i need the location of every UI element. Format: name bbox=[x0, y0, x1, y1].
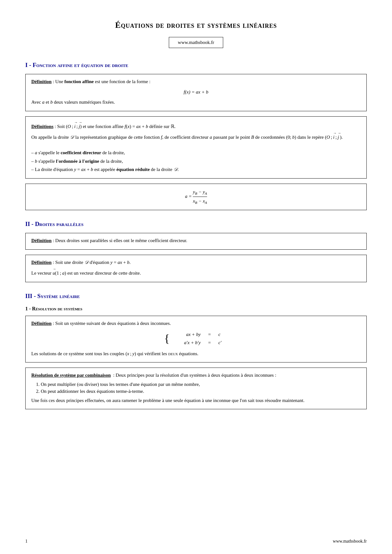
resolution-list: On peut multiplier (ou diviser) tous les… bbox=[41, 381, 361, 395]
def3-text: Définition : Deux droites sont parallèle… bbox=[31, 237, 361, 244]
resolution-item-2: On peut additionner les deux équations t… bbox=[41, 388, 361, 395]
page-title: Équations de droites et systèmes linéair… bbox=[25, 19, 367, 31]
formula-box-1: a = yB − yA xB − xA bbox=[25, 184, 367, 210]
def2-line2: On appelle la droite 𝒟 la représentation… bbox=[31, 131, 361, 141]
page-footer: 1 www.mathsbook.fr bbox=[0, 538, 392, 545]
def2-line4: – b s'appelle l'ordonnée à l'origine de … bbox=[31, 158, 361, 165]
section-2: II - Droites parallèles Définition : Deu… bbox=[25, 220, 367, 282]
system-equations: { ax + by = c a'x + b'y = c' bbox=[31, 330, 361, 347]
page-number: 1 bbox=[25, 538, 28, 545]
definition-box-1: Définition : Une fonction affine est une… bbox=[25, 74, 367, 111]
def4-line2: Le vecteur u→(1 ; a) est un vecteur dire… bbox=[31, 267, 361, 277]
def1-formula: f(x) = ax + b bbox=[31, 88, 361, 96]
section-2-title: II - Droites parallèles bbox=[25, 220, 367, 229]
subsection-1: 1 - Résolution de systèmes Définition : … bbox=[25, 305, 367, 409]
def2-line3: – a s'appelle le coefficient directeur d… bbox=[31, 149, 361, 156]
def4-line1: Définition : Soit une droite 𝒟 d'équatio… bbox=[31, 259, 361, 266]
section-3: III - Système linéaire 1 - Résolution de… bbox=[25, 292, 367, 410]
subsection-1-title: 1 - Résolution de systèmes bbox=[25, 305, 367, 313]
section-1-title: I - Fonction affine et équation de droit… bbox=[25, 61, 367, 70]
def6-header: Résolution de système par combinaison : … bbox=[31, 372, 361, 379]
brace-left: { bbox=[164, 333, 169, 344]
def2-line5: – La droite d'équation y = ax + b est ap… bbox=[31, 166, 361, 173]
definition-box-6: Résolution de système par combinaison : … bbox=[25, 368, 367, 409]
resolution-item-1: On peut multiplier (ou diviser) tous les… bbox=[41, 381, 361, 388]
definition-box-3: Définition : Deux droites sont parallèle… bbox=[25, 233, 367, 250]
definition-box-5: Définition : Soit un système suivant de … bbox=[25, 316, 367, 362]
def5-after: Les solutions de ce système sont tous le… bbox=[31, 350, 361, 357]
def5-text: Définition : Soit un système suivant de … bbox=[31, 320, 361, 327]
def6-after: Une fois ces deux principes effectuées, … bbox=[31, 397, 361, 404]
website-box: www.mathsbook.fr bbox=[25, 37, 367, 48]
footer-website: www.mathsbook.fr bbox=[333, 538, 367, 545]
section-3-title: III - Système linéaire bbox=[25, 292, 367, 301]
system-line-2: a'x + b'y = c' bbox=[172, 339, 228, 346]
website-label: www.mathsbook.fr bbox=[169, 37, 224, 48]
def1-after: Avec a et b deux valeurs numériques fixé… bbox=[31, 99, 361, 106]
definition-box-4: Définition : Soit une droite 𝒟 d'équatio… bbox=[25, 255, 367, 282]
formula-a-equals: a = yB − yA xB − xA bbox=[185, 194, 207, 199]
section-1: I - Fonction affine et équation de droit… bbox=[25, 61, 367, 210]
system-line-1: ax + by = c bbox=[172, 331, 228, 338]
definition-box-2: Définitions : Soit (O ; i→ ; j→) et une … bbox=[25, 116, 367, 179]
def1-text: Définition : Une fonction affine est une… bbox=[31, 78, 361, 85]
def2-line1: Définitions : Soit (O ; i→ ; j→) et une … bbox=[31, 120, 361, 130]
system-lines: ax + by = c a'x + b'y = c' bbox=[172, 330, 228, 347]
